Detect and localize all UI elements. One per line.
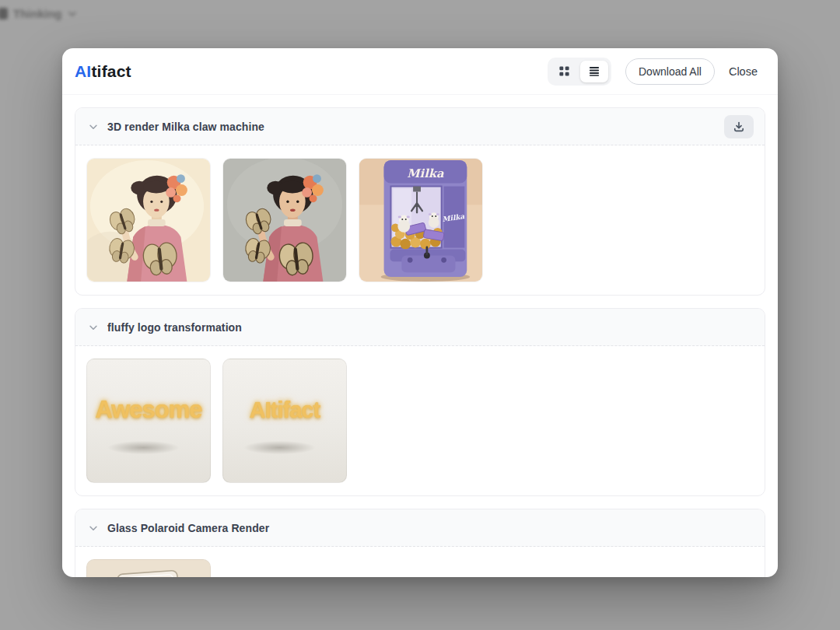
download-all-button[interactable]: Download All (625, 58, 715, 85)
claw-machine-art: Milka Milka (359, 159, 482, 282)
section-content: Milka Milka (75, 145, 765, 295)
thumbnail-claw-machine[interactable]: Milka Milka (359, 158, 483, 282)
fluffy-text-shadow (233, 438, 337, 457)
svg-text:Milka: Milka (407, 166, 444, 180)
section-header-fluffy[interactable]: fluffy logo transformation (75, 309, 765, 346)
chevron-down-icon (88, 121, 99, 132)
artifact-gallery-modal: AItifact (62, 48, 778, 577)
fluffy-text-shadow (97, 438, 201, 457)
grid-icon (558, 65, 570, 77)
section-header-milka[interactable]: 3D render Milka claw machine (75, 108, 765, 145)
close-button[interactable]: Close (729, 65, 758, 78)
modal-header: AItifact (62, 48, 778, 95)
section-card-milka: 3D render Milka claw machine (75, 107, 765, 296)
portrait-photo-art (223, 159, 346, 282)
background-chevron-icon (68, 9, 77, 19)
thumbnail-fluffy-aitifact[interactable]: AItifact (222, 359, 347, 483)
view-toggle (548, 58, 611, 86)
header-actions: Download All Close (548, 58, 758, 86)
chevron-down-icon (88, 523, 99, 534)
list-view-button[interactable] (580, 61, 608, 82)
portrait-illustration-art (87, 159, 210, 282)
logo-prefix: AI (75, 62, 91, 80)
glass-camera-art (87, 560, 210, 577)
thumbnail-portrait-illustration[interactable] (86, 158, 211, 282)
app-logo: AItifact (75, 62, 131, 81)
section-header-glass-camera[interactable]: Glass Polaroid Camera Render (75, 509, 765, 547)
section-title: 3D render Milka claw machine (107, 121, 264, 133)
background-icon (0, 8, 8, 19)
download-icon (733, 121, 745, 133)
background-label: Thinking (13, 7, 62, 20)
section-title: fluffy logo transformation (107, 321, 242, 334)
chevron-down-icon (88, 322, 99, 333)
logo-suffix: tifact (91, 62, 131, 80)
thumbnail-glass-camera[interactable] (86, 559, 211, 577)
fluffy-text: AItifact (250, 397, 320, 423)
grid-view-button[interactable] (551, 61, 579, 82)
thumbnail-portrait-photo[interactable] (222, 158, 347, 282)
section-title: Glass Polaroid Camera Render (107, 522, 269, 534)
list-icon (588, 65, 600, 77)
modal-body: 3D render Milka claw machine (62, 95, 778, 577)
section-download-button[interactable] (724, 115, 754, 138)
background-page-text: Thinking (3, 7, 77, 20)
section-content (75, 547, 765, 577)
section-card-glass-camera: Glass Polaroid Camera Render (75, 509, 765, 577)
section-card-fluffy: fluffy logo transformation Awesome AItif… (75, 308, 765, 496)
thumbnail-fluffy-awesome[interactable]: Awesome (86, 359, 211, 483)
section-content: Awesome AItifact (75, 346, 765, 495)
fluffy-text: Awesome (95, 396, 201, 424)
